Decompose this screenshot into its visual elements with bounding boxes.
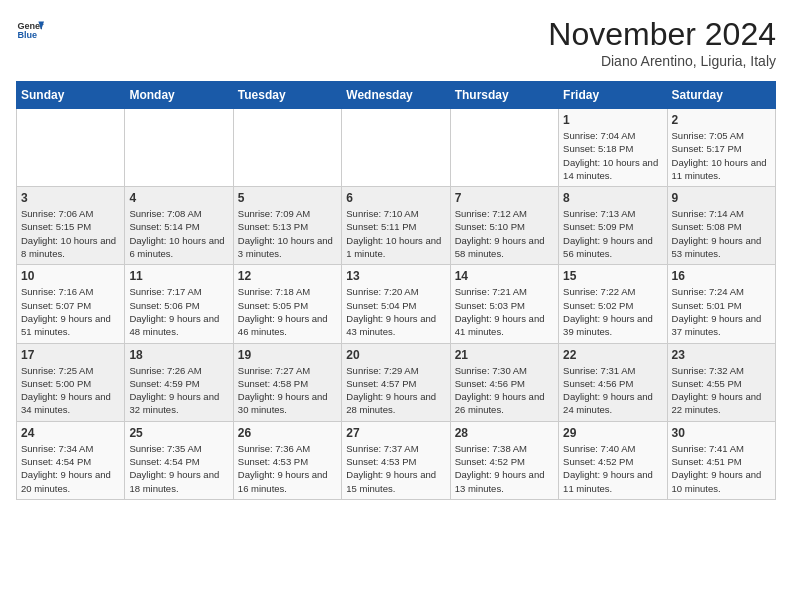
day-number: 30	[672, 426, 771, 440]
calendar-day-cell: 3Sunrise: 7:06 AM Sunset: 5:15 PM Daylig…	[17, 187, 125, 265]
day-number: 26	[238, 426, 337, 440]
day-info: Sunrise: 7:40 AM Sunset: 4:52 PM Dayligh…	[563, 442, 662, 495]
day-number: 5	[238, 191, 337, 205]
day-number: 6	[346, 191, 445, 205]
calendar-day-cell: 14Sunrise: 7:21 AM Sunset: 5:03 PM Dayli…	[450, 265, 558, 343]
day-info: Sunrise: 7:08 AM Sunset: 5:14 PM Dayligh…	[129, 207, 228, 260]
location-subtitle: Diano Arentino, Liguria, Italy	[548, 53, 776, 69]
day-number: 18	[129, 348, 228, 362]
day-info: Sunrise: 7:14 AM Sunset: 5:08 PM Dayligh…	[672, 207, 771, 260]
day-of-week-header: Monday	[125, 82, 233, 109]
calendar-day-cell: 27Sunrise: 7:37 AM Sunset: 4:53 PM Dayli…	[342, 421, 450, 499]
page-header: General Blue November 2024 Diano Arentin…	[16, 16, 776, 69]
calendar-week-row: 24Sunrise: 7:34 AM Sunset: 4:54 PM Dayli…	[17, 421, 776, 499]
calendar-day-cell: 26Sunrise: 7:36 AM Sunset: 4:53 PM Dayli…	[233, 421, 341, 499]
calendar-day-cell	[450, 109, 558, 187]
day-number: 27	[346, 426, 445, 440]
day-info: Sunrise: 7:20 AM Sunset: 5:04 PM Dayligh…	[346, 285, 445, 338]
calendar-day-cell: 25Sunrise: 7:35 AM Sunset: 4:54 PM Dayli…	[125, 421, 233, 499]
day-number: 13	[346, 269, 445, 283]
calendar-day-cell	[17, 109, 125, 187]
day-info: Sunrise: 7:34 AM Sunset: 4:54 PM Dayligh…	[21, 442, 120, 495]
day-number: 16	[672, 269, 771, 283]
calendar-day-cell: 29Sunrise: 7:40 AM Sunset: 4:52 PM Dayli…	[559, 421, 667, 499]
day-number: 10	[21, 269, 120, 283]
svg-text:Blue: Blue	[17, 30, 37, 40]
day-info: Sunrise: 7:05 AM Sunset: 5:17 PM Dayligh…	[672, 129, 771, 182]
day-info: Sunrise: 7:27 AM Sunset: 4:58 PM Dayligh…	[238, 364, 337, 417]
day-number: 22	[563, 348, 662, 362]
day-info: Sunrise: 7:25 AM Sunset: 5:00 PM Dayligh…	[21, 364, 120, 417]
day-of-week-header: Wednesday	[342, 82, 450, 109]
calendar-day-cell: 16Sunrise: 7:24 AM Sunset: 5:01 PM Dayli…	[667, 265, 775, 343]
day-number: 29	[563, 426, 662, 440]
day-number: 12	[238, 269, 337, 283]
day-number: 25	[129, 426, 228, 440]
title-area: November 2024 Diano Arentino, Liguria, I…	[548, 16, 776, 69]
day-info: Sunrise: 7:41 AM Sunset: 4:51 PM Dayligh…	[672, 442, 771, 495]
calendar-day-cell	[342, 109, 450, 187]
calendar-day-cell: 10Sunrise: 7:16 AM Sunset: 5:07 PM Dayli…	[17, 265, 125, 343]
day-info: Sunrise: 7:09 AM Sunset: 5:13 PM Dayligh…	[238, 207, 337, 260]
calendar-day-cell: 28Sunrise: 7:38 AM Sunset: 4:52 PM Dayli…	[450, 421, 558, 499]
calendar-day-cell: 5Sunrise: 7:09 AM Sunset: 5:13 PM Daylig…	[233, 187, 341, 265]
day-info: Sunrise: 7:06 AM Sunset: 5:15 PM Dayligh…	[21, 207, 120, 260]
day-number: 9	[672, 191, 771, 205]
day-of-week-header: Friday	[559, 82, 667, 109]
calendar-day-cell: 12Sunrise: 7:18 AM Sunset: 5:05 PM Dayli…	[233, 265, 341, 343]
day-info: Sunrise: 7:31 AM Sunset: 4:56 PM Dayligh…	[563, 364, 662, 417]
day-number: 4	[129, 191, 228, 205]
day-of-week-header: Tuesday	[233, 82, 341, 109]
calendar-day-cell: 20Sunrise: 7:29 AM Sunset: 4:57 PM Dayli…	[342, 343, 450, 421]
day-info: Sunrise: 7:16 AM Sunset: 5:07 PM Dayligh…	[21, 285, 120, 338]
calendar-table: SundayMondayTuesdayWednesdayThursdayFrid…	[16, 81, 776, 500]
day-info: Sunrise: 7:18 AM Sunset: 5:05 PM Dayligh…	[238, 285, 337, 338]
day-number: 1	[563, 113, 662, 127]
day-info: Sunrise: 7:17 AM Sunset: 5:06 PM Dayligh…	[129, 285, 228, 338]
day-number: 2	[672, 113, 771, 127]
day-number: 15	[563, 269, 662, 283]
calendar-day-cell: 17Sunrise: 7:25 AM Sunset: 5:00 PM Dayli…	[17, 343, 125, 421]
calendar-day-cell: 7Sunrise: 7:12 AM Sunset: 5:10 PM Daylig…	[450, 187, 558, 265]
calendar-day-cell: 22Sunrise: 7:31 AM Sunset: 4:56 PM Dayli…	[559, 343, 667, 421]
day-info: Sunrise: 7:37 AM Sunset: 4:53 PM Dayligh…	[346, 442, 445, 495]
day-number: 23	[672, 348, 771, 362]
calendar-day-cell: 19Sunrise: 7:27 AM Sunset: 4:58 PM Dayli…	[233, 343, 341, 421]
calendar-day-cell: 15Sunrise: 7:22 AM Sunset: 5:02 PM Dayli…	[559, 265, 667, 343]
day-info: Sunrise: 7:04 AM Sunset: 5:18 PM Dayligh…	[563, 129, 662, 182]
day-of-week-header: Thursday	[450, 82, 558, 109]
logo-icon: General Blue	[16, 16, 44, 44]
day-number: 14	[455, 269, 554, 283]
calendar-day-cell: 1Sunrise: 7:04 AM Sunset: 5:18 PM Daylig…	[559, 109, 667, 187]
calendar-day-cell: 13Sunrise: 7:20 AM Sunset: 5:04 PM Dayli…	[342, 265, 450, 343]
calendar-day-cell: 30Sunrise: 7:41 AM Sunset: 4:51 PM Dayli…	[667, 421, 775, 499]
day-of-week-header: Saturday	[667, 82, 775, 109]
calendar-day-cell: 4Sunrise: 7:08 AM Sunset: 5:14 PM Daylig…	[125, 187, 233, 265]
calendar-day-cell: 23Sunrise: 7:32 AM Sunset: 4:55 PM Dayli…	[667, 343, 775, 421]
day-info: Sunrise: 7:12 AM Sunset: 5:10 PM Dayligh…	[455, 207, 554, 260]
day-info: Sunrise: 7:24 AM Sunset: 5:01 PM Dayligh…	[672, 285, 771, 338]
day-info: Sunrise: 7:22 AM Sunset: 5:02 PM Dayligh…	[563, 285, 662, 338]
day-info: Sunrise: 7:36 AM Sunset: 4:53 PM Dayligh…	[238, 442, 337, 495]
day-number: 17	[21, 348, 120, 362]
day-of-week-header: Sunday	[17, 82, 125, 109]
calendar-day-cell: 18Sunrise: 7:26 AM Sunset: 4:59 PM Dayli…	[125, 343, 233, 421]
day-info: Sunrise: 7:10 AM Sunset: 5:11 PM Dayligh…	[346, 207, 445, 260]
day-number: 28	[455, 426, 554, 440]
logo: General Blue	[16, 16, 44, 44]
calendar-week-row: 3Sunrise: 7:06 AM Sunset: 5:15 PM Daylig…	[17, 187, 776, 265]
month-title: November 2024	[548, 16, 776, 53]
calendar-day-cell: 2Sunrise: 7:05 AM Sunset: 5:17 PM Daylig…	[667, 109, 775, 187]
calendar-day-cell: 6Sunrise: 7:10 AM Sunset: 5:11 PM Daylig…	[342, 187, 450, 265]
calendar-header-row: SundayMondayTuesdayWednesdayThursdayFrid…	[17, 82, 776, 109]
day-number: 11	[129, 269, 228, 283]
day-info: Sunrise: 7:38 AM Sunset: 4:52 PM Dayligh…	[455, 442, 554, 495]
calendar-week-row: 17Sunrise: 7:25 AM Sunset: 5:00 PM Dayli…	[17, 343, 776, 421]
day-info: Sunrise: 7:21 AM Sunset: 5:03 PM Dayligh…	[455, 285, 554, 338]
day-number: 3	[21, 191, 120, 205]
calendar-week-row: 10Sunrise: 7:16 AM Sunset: 5:07 PM Dayli…	[17, 265, 776, 343]
day-number: 8	[563, 191, 662, 205]
calendar-day-cell: 8Sunrise: 7:13 AM Sunset: 5:09 PM Daylig…	[559, 187, 667, 265]
calendar-week-row: 1Sunrise: 7:04 AM Sunset: 5:18 PM Daylig…	[17, 109, 776, 187]
day-number: 24	[21, 426, 120, 440]
